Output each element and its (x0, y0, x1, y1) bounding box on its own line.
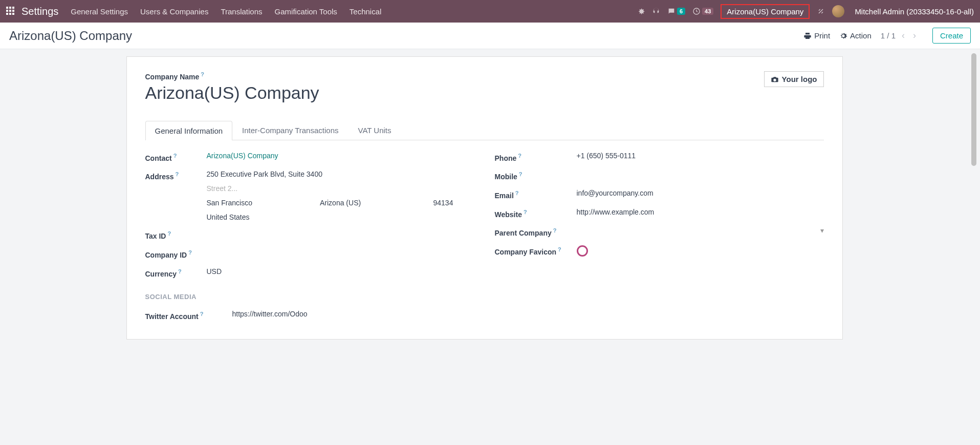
apps-icon[interactable] (6, 7, 15, 16)
contact-link[interactable]: Arizona(US) Company (207, 152, 278, 160)
website-field[interactable]: http://www.example.com (577, 208, 824, 216)
social-media-header: SOCIAL MEDIA (145, 293, 474, 301)
action-button[interactable]: Action (839, 31, 872, 40)
toolbar-right: Print Action 1 / 1 ‹ › Create (803, 28, 971, 44)
favicon-image[interactable] (577, 245, 588, 257)
contact-label: Contact? (145, 152, 207, 162)
help-icon[interactable]: ? (524, 209, 527, 215)
help-icon[interactable]: ? (518, 153, 521, 159)
help-icon[interactable]: ? (519, 171, 522, 177)
email-label: Email? (495, 189, 577, 200)
nav-general-settings[interactable]: General Settings (71, 7, 128, 16)
app-brand[interactable]: Settings (21, 6, 58, 17)
nav-translations[interactable]: Translations (221, 7, 262, 16)
help-icon[interactable]: ? (176, 171, 179, 177)
twitter-label: Twitter Account? (145, 310, 232, 321)
gear-icon (839, 32, 847, 40)
email-field[interactable]: info@yourcompany.com (577, 189, 824, 197)
twitter-field[interactable]: https://twitter.com/Odoo (232, 310, 474, 318)
tab-general-information[interactable]: General Information (145, 121, 233, 140)
tab-vat-units[interactable]: VAT Units (349, 120, 401, 140)
left-column: Contact? Arizona(US) Company Address? 25… (145, 152, 474, 329)
company-name-value[interactable]: Arizona(US) Company (145, 83, 319, 103)
country-field[interactable]: United States (207, 213, 474, 221)
address-label: Address? (145, 170, 207, 181)
phone-field[interactable]: +1 (650) 555-0111 (577, 152, 824, 160)
help-icon[interactable]: ? (558, 246, 561, 252)
help-icon[interactable]: ? (178, 268, 182, 274)
mobile-label: Mobile? (495, 170, 577, 181)
nav-users-companies[interactable]: Users & Companies (140, 7, 208, 16)
nav-technical[interactable]: Technical (350, 7, 382, 16)
breadcrumb: Arizona(US) Company (9, 29, 132, 43)
parent-company-label: Parent Company? (495, 226, 577, 237)
topbar-right: ✸ 6 43 Arizona(US) Company Mitchell Admi… (638, 4, 974, 19)
print-icon (803, 32, 812, 40)
activities-badge: 43 (702, 8, 713, 15)
help-icon[interactable]: ? (515, 190, 519, 196)
zip-field[interactable]: 94134 (433, 199, 474, 207)
pager: 1 / 1 ‹ › (881, 30, 918, 41)
address-block: 250 Executive Park Blvd, Suite 3400 Stre… (207, 170, 474, 221)
company-id-label: Company ID? (145, 248, 207, 259)
currency-field[interactable]: USD (207, 267, 474, 276)
nav-menu: General Settings Users & Companies Trans… (71, 7, 638, 16)
pager-prev[interactable]: ‹ (900, 30, 907, 41)
pager-value: 1 / 1 (881, 31, 896, 40)
state-field[interactable]: Arizona (US) (320, 199, 427, 207)
company-name-label: Company Name? (145, 71, 319, 81)
tab-inter-company[interactable]: Inter-Company Transactions (232, 120, 348, 140)
currency-label: Currency? (145, 267, 207, 278)
help-icon[interactable]: ? (173, 153, 177, 159)
user-name[interactable]: Mitchell Admin (20333450-16-0-all) (855, 7, 974, 16)
create-button[interactable]: Create (932, 28, 971, 44)
phone-label: Phone? (495, 152, 577, 162)
tax-id-label: Tax ID? (145, 229, 207, 240)
print-button[interactable]: Print (803, 31, 830, 40)
company-switcher[interactable]: Arizona(US) Company (721, 4, 810, 19)
street2-field[interactable]: Street 2... (207, 184, 474, 193)
messages-icon[interactable]: 6 (667, 7, 685, 15)
pager-next[interactable]: › (911, 30, 918, 41)
support-icon[interactable] (652, 7, 660, 15)
chevron-down-icon[interactable]: ▾ (820, 226, 824, 235)
tools-icon[interactable] (817, 7, 825, 15)
scroll-thumb[interactable] (971, 53, 976, 166)
help-icon[interactable]: ? (201, 71, 204, 77)
help-icon[interactable]: ? (553, 227, 557, 234)
avatar[interactable] (832, 5, 844, 17)
toolbar: Arizona(US) Company Print Action 1 / 1 ‹… (0, 23, 980, 49)
nav-gamification[interactable]: Gamification Tools (275, 7, 337, 16)
your-logo-button[interactable]: Your logo (764, 71, 824, 87)
activities-icon[interactable]: 43 (692, 7, 713, 15)
top-navbar: Settings General Settings Users & Compan… (0, 0, 980, 23)
print-label: Print (814, 31, 830, 40)
city-field[interactable]: San Francisco (207, 199, 314, 207)
form-card: Company Name? Arizona(US) Company Your l… (126, 56, 843, 340)
help-icon[interactable]: ? (188, 249, 192, 256)
website-label: Website? (495, 208, 577, 219)
bug-icon[interactable]: ✸ (638, 7, 645, 16)
help-icon[interactable]: ? (167, 230, 171, 237)
camera-icon (771, 75, 779, 83)
right-column: Phone? +1 (650) 555-0111 Mobile? Email? … (495, 152, 824, 329)
content-wrap: Company Name? Arizona(US) Company Your l… (0, 49, 980, 340)
messages-badge: 6 (677, 8, 685, 15)
tabs: General Information Inter-Company Transa… (145, 120, 824, 140)
street-field[interactable]: 250 Executive Park Blvd, Suite 3400 (207, 170, 474, 178)
scrollbar[interactable] (969, 49, 978, 340)
parent-company-field[interactable]: ▾ (577, 226, 824, 235)
action-label: Action (850, 31, 872, 40)
help-icon[interactable]: ? (200, 311, 204, 317)
favicon-label: Company Favicon? (495, 245, 577, 256)
